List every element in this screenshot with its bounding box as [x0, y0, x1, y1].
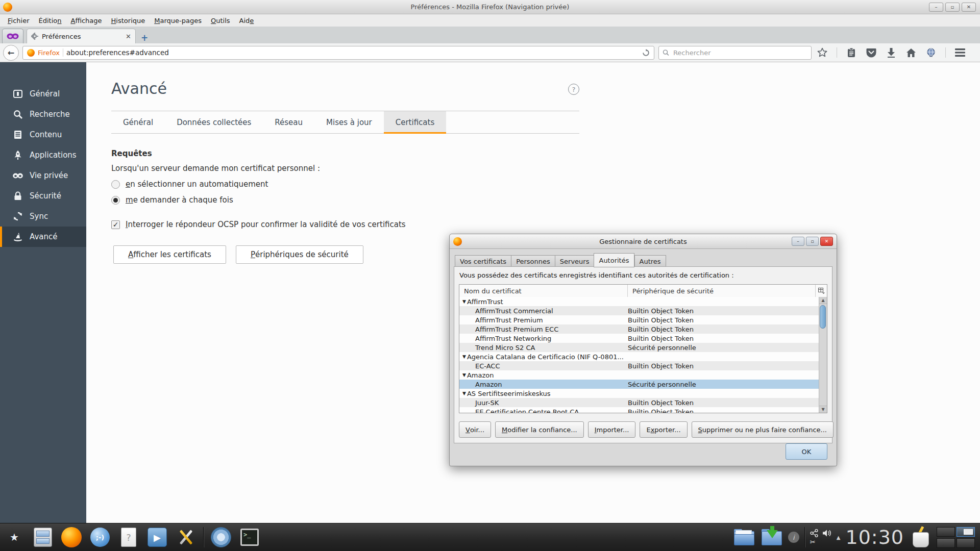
downloads-folder-button[interactable]	[761, 526, 783, 548]
sidebar-item-recherche[interactable]: Recherche	[0, 104, 86, 124]
column-picker-button[interactable]	[816, 285, 827, 297]
collapse-triangle-icon[interactable]: ▼	[462, 354, 466, 359]
globe-icon[interactable]	[925, 47, 937, 58]
dialog-titlebar[interactable]: Gestionnaire de certificats – ▫ ✕	[450, 234, 837, 249]
menu-edition[interactable]: Édition	[34, 16, 66, 26]
sidebar-item-general[interactable]: Général	[0, 84, 86, 104]
radio-select-automatically[interactable]: en sélectionner un automatiquement	[111, 180, 579, 189]
table-row-selected[interactable]: Amazon Sécurité personnelle	[459, 380, 819, 389]
tab-mises-a-jour[interactable]: Mises à jour	[314, 111, 384, 133]
security-devices-button[interactable]: Périphériques de sécurité	[236, 245, 363, 264]
table-row-group[interactable]: ▼Amazon	[459, 370, 819, 380]
clipboard-icon[interactable]	[846, 47, 857, 58]
table-row[interactable]: AffirmTrust Commercial Builtin Object To…	[459, 306, 819, 315]
sidebar-item-applications[interactable]: Applications	[0, 145, 86, 165]
reload-icon[interactable]	[642, 49, 650, 57]
radio-ask-every-time[interactable]: me demander à chaque fois	[111, 195, 579, 205]
view-certificates-button[interactable]: Afficher les certificats	[113, 245, 226, 264]
new-tab-icon[interactable]: +	[138, 32, 151, 43]
volume-icon[interactable]	[822, 529, 831, 537]
help-icon[interactable]: ?	[568, 84, 579, 95]
export-button[interactable]: Exporter...	[640, 421, 687, 438]
radio-button-selected[interactable]	[111, 196, 120, 205]
sidebar-item-vie-privee[interactable]: Vie privée	[0, 165, 86, 186]
chromium-button[interactable]	[210, 526, 232, 548]
sidebar-item-securite[interactable]: Sécurité	[0, 186, 86, 206]
document-button[interactable]: ?	[117, 526, 140, 548]
menu-hamburger-icon[interactable]	[954, 47, 966, 58]
tab-serveurs[interactable]: Serveurs	[555, 255, 594, 267]
collapse-triangle-icon[interactable]: ▼	[462, 372, 466, 378]
menu-affichage[interactable]: Affichage	[66, 16, 107, 26]
column-header-device[interactable]: Périphérique de sécurité	[628, 285, 816, 297]
search-bar[interactable]	[658, 46, 812, 60]
table-row[interactable]: AffirmTrust Premium ECC Builtin Object T…	[459, 324, 819, 334]
firefox-taskbar-button[interactable]	[60, 526, 83, 548]
table-row[interactable]: EE Certification Centre Root CA Builtin …	[459, 407, 819, 413]
tab-autres[interactable]: Autres	[634, 255, 666, 267]
tab-personnes[interactable]: Personnes	[511, 255, 555, 267]
collapse-triangle-icon[interactable]: ▼	[462, 299, 466, 304]
media-player-button[interactable]: ▶	[146, 526, 168, 548]
menu-outils[interactable]: Outils	[206, 16, 235, 26]
bookmark-star-icon[interactable]	[817, 47, 828, 58]
workspace-1[interactable]	[937, 527, 955, 537]
table-row[interactable]: AffirmTrust Premium Builtin Object Token	[459, 315, 819, 324]
table-row-group[interactable]: ▼AS Sertifitseerimiskeskus	[459, 389, 819, 398]
ok-button[interactable]: OK	[786, 443, 827, 460]
tab-reseau[interactable]: Réseau	[263, 111, 314, 133]
workspace-4[interactable]	[957, 538, 975, 548]
launcher-button[interactable]: ★	[3, 526, 26, 548]
scroll-up-icon[interactable]: ▲	[819, 297, 827, 304]
pocket-icon[interactable]	[866, 47, 877, 58]
workspace-2-active[interactable]	[957, 527, 975, 537]
delete-or-distrust-button[interactable]: Supprimer ou ne plus faire confiance...	[692, 421, 834, 438]
edit-trust-button[interactable]: Modifier la confiance...	[495, 421, 584, 438]
import-button[interactable]: Importer...	[588, 421, 636, 438]
workspace-3[interactable]	[937, 538, 955, 548]
tools-button[interactable]	[175, 526, 197, 548]
radio-button[interactable]	[111, 180, 120, 189]
ocsp-checkbox-row[interactable]: ✓ Interroger le répondeur OCSP pour conf…	[111, 220, 579, 229]
share-icon[interactable]	[810, 529, 818, 537]
checkbox-checked[interactable]: ✓	[111, 220, 120, 229]
scroll-down-icon[interactable]: ▼	[819, 406, 827, 413]
tab-vos-certificats[interactable]: Vos certificats	[455, 255, 511, 267]
column-header-name[interactable]: Nom du certificat	[459, 285, 628, 297]
url-text[interactable]: about:preferences#advanced	[66, 48, 639, 57]
download-icon[interactable]	[886, 47, 897, 58]
back-button[interactable]: ←	[3, 45, 19, 61]
table-row[interactable]: Trend Micro S2 CA Sécurité personnelle	[459, 343, 819, 352]
menu-aide[interactable]: Aide	[235, 16, 259, 26]
taskbar-clock[interactable]: 10:30	[845, 526, 904, 548]
menu-marque-pages[interactable]: Marque-pages	[150, 16, 206, 26]
sidebar-item-contenu[interactable]: Contenu	[0, 124, 86, 145]
tab-autorites[interactable]: Autorités	[594, 253, 634, 267]
table-row[interactable]: EC-ACC Builtin Object Token	[459, 361, 819, 370]
terminal-button[interactable]: >_	[238, 526, 261, 548]
tab-preferences[interactable]: Préférences ✕	[27, 29, 136, 43]
tab-certificats[interactable]: Certificats	[384, 111, 447, 133]
table-row[interactable]: Juur-SK Builtin Object Token	[459, 398, 819, 407]
tab-close-icon[interactable]: ✕	[126, 33, 131, 40]
home-icon[interactable]	[905, 47, 917, 58]
menu-fichier[interactable]: Fichier	[3, 16, 34, 26]
tab-donnees-collectees[interactable]: Données collectées	[165, 111, 263, 133]
messenger-button[interactable]: ;-)	[89, 526, 111, 548]
table-row-group[interactable]: ▼Agencia Catalana de Certificacio (NIF Q…	[459, 352, 819, 361]
view-button[interactable]: Voir...	[459, 421, 491, 438]
tab-general[interactable]: Général	[111, 111, 165, 133]
scissors-icon[interactable]: ✂	[810, 538, 816, 546]
file-manager-button[interactable]	[32, 526, 54, 548]
expand-arrow-icon[interactable]: ▲	[837, 535, 841, 540]
table-row-group[interactable]: ▼AffirmTrust	[459, 297, 819, 306]
url-bar[interactable]: Firefox about:preferences#advanced	[22, 46, 654, 60]
trash-button[interactable]	[909, 526, 932, 548]
collapse-triangle-icon[interactable]: ▼	[462, 391, 466, 396]
menu-historique[interactable]: Historique	[107, 16, 150, 26]
open-folder-button[interactable]	[733, 526, 755, 548]
sidebar-item-avance[interactable]: Avancé	[0, 227, 86, 247]
scrollbar-thumb[interactable]	[820, 305, 826, 329]
info-badge[interactable]: i	[788, 532, 799, 543]
table-scrollbar[interactable]: ▲ ▼	[819, 297, 827, 413]
